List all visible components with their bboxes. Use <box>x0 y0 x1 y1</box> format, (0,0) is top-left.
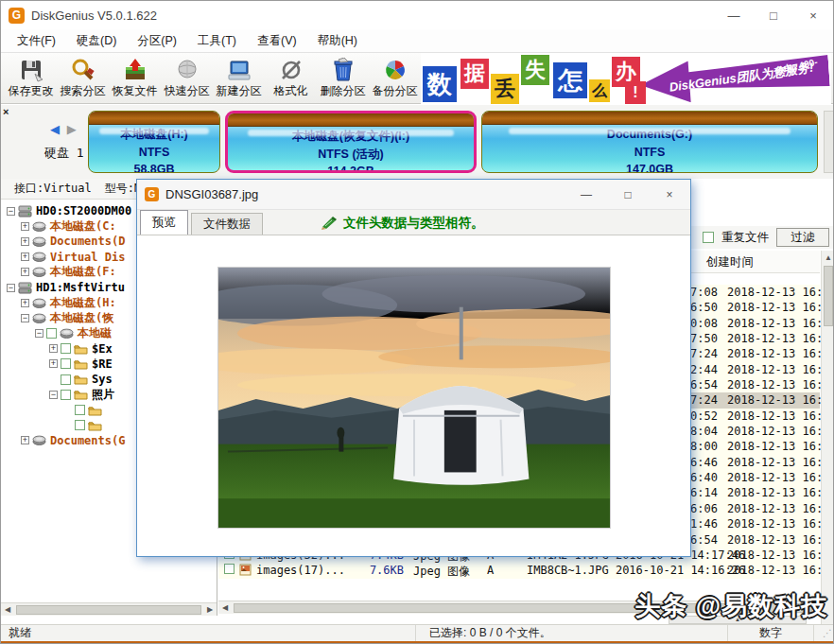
dialog-tabs: 预览文件数据 文件头数据与类型相符。 <box>137 210 690 235</box>
partition-fs: NTFS <box>89 146 219 161</box>
promo-banner[interactable]: DiskGenius团队为您服务! 致电: 400- QQ: 400008995… <box>421 53 831 104</box>
tree-item-label: Documents(G <box>50 434 125 447</box>
file-ctime: 2018-12-13 16:28 <box>727 409 834 423</box>
file-short-name: IMB8CB~1.JPG 2016-10-21 14:16:26 <box>527 564 745 577</box>
scroll-right-icon[interactable]: ▶ <box>203 605 217 614</box>
search-partition-icon <box>71 57 96 83</box>
toolbar-new-partition-button[interactable]: 新建分区 <box>213 55 265 102</box>
collapse-icon[interactable]: − <box>35 329 43 338</box>
tree-item-label: 本地磁盘(H: <box>50 295 116 310</box>
tree-item-label: 本地磁盘(F: <box>50 265 116 280</box>
tree-checkbox[interactable] <box>46 328 57 339</box>
menu-f[interactable]: 文件(F) <box>7 30 66 52</box>
partition-fs: NTFS (活动) <box>228 148 474 163</box>
expand-icon[interactable]: + <box>21 237 29 246</box>
expand-icon[interactable]: + <box>21 252 29 261</box>
menu-p[interactable]: 分区(P) <box>127 30 187 52</box>
expand-icon[interactable]: + <box>21 268 29 276</box>
minimize-button[interactable]: — <box>714 1 754 29</box>
file-vscrollbar[interactable]: ▲ ▼ <box>821 251 834 644</box>
collapse-icon[interactable]: − <box>7 284 15 292</box>
toolbar: 保存更改 搜索分区 恢复文件 快速分区 新建分区 格式化 删除分区 备份分区 D… <box>1 53 833 104</box>
tree-checkbox[interactable] <box>75 420 85 430</box>
format-icon <box>279 57 304 83</box>
preview-dialog: G DNSGI03687.jpg — □ × 预览文件数据 文件头数据与类型相符… <box>136 179 691 557</box>
toolbar-delete-partition-button[interactable]: 删除分区 <box>317 55 369 102</box>
tree-hscrollbar[interactable]: ◀ ▶ <box>1 602 217 616</box>
file-size: 7.6KB <box>341 564 404 577</box>
expand-icon[interactable]: + <box>49 344 58 353</box>
close-button[interactable]: × <box>793 1 833 29</box>
file-ctime: 2018-12-13 16:28 <box>727 332 834 345</box>
bars-scrollbar[interactable] <box>824 111 834 173</box>
scroll-up-icon[interactable]: ▲ <box>822 251 834 265</box>
banner-tile: ! <box>625 81 646 104</box>
tree-checkbox[interactable] <box>61 358 71 369</box>
scroll-left-icon[interactable]: ◀ <box>1 605 14 614</box>
partition-bar[interactable]: 本地磁盘(H:) NTFS 58.8GB <box>88 111 220 173</box>
expand-icon[interactable]: + <box>49 359 58 368</box>
tree-checkbox[interactable] <box>61 390 71 400</box>
duplicate-files-checkbox[interactable] <box>703 232 714 243</box>
ctime-column-header[interactable]: 创建时间 <box>706 254 754 270</box>
resize-grip-icon[interactable]: ⋰ <box>814 628 834 638</box>
expand-icon[interactable]: + <box>21 222 29 231</box>
disk-interface: 接口:Virtual <box>14 181 92 197</box>
file-ctime: 2018-12-13 16:28 <box>727 317 834 330</box>
toolbar-search-partition-button[interactable]: 搜索分区 <box>57 55 109 102</box>
expand-icon[interactable]: + <box>21 299 29 307</box>
banner-tile: 据 <box>460 59 489 89</box>
scroll-thumb[interactable] <box>16 605 201 615</box>
collapse-icon[interactable]: − <box>7 207 15 216</box>
file-ctime: 2018-12-13 16:28 <box>727 502 834 515</box>
titlebar: G DiskGenius V5.0.1.622 — □ × <box>1 1 833 29</box>
file-name: images(17)... <box>256 564 345 577</box>
menu-v[interactable]: 查看(V) <box>247 30 307 52</box>
menu-t[interactable]: 工具(T) <box>187 30 247 52</box>
delete-partition-icon <box>331 57 356 83</box>
partition-bar-band <box>228 113 474 127</box>
scroll-left-icon[interactable]: ◀ <box>218 603 232 612</box>
collapse-icon[interactable]: − <box>21 314 29 322</box>
file-ctime: 2018-12-13 16:28 <box>727 286 834 299</box>
partition-bar[interactable]: Documents(G:) NTFS 147.0GB <box>481 111 818 173</box>
toolbar-save-button[interactable]: 保存更改 <box>5 55 57 102</box>
toolbar-recover-files-button[interactable]: 恢复文件 <box>109 55 161 102</box>
scroll-thumb[interactable] <box>824 266 833 326</box>
tree-item-label: Sys <box>92 373 113 386</box>
toolbar-backup-partition-button[interactable]: 备份分区 <box>369 55 421 102</box>
status-selection: 已选择: 0 B / 0 个文件。 <box>415 625 727 641</box>
dialog-close-button[interactable]: × <box>649 180 690 210</box>
filter-button[interactable]: 过滤 <box>776 228 829 247</box>
expand-icon[interactable]: + <box>21 436 29 444</box>
banner-tile: 怎 <box>553 62 587 98</box>
tree-checkbox[interactable] <box>61 343 71 354</box>
panel-close-icon[interactable]: × <box>3 107 9 116</box>
tree-item-label: Documents(D <box>50 235 125 248</box>
file-ctime: 2018-12-13 16:28 <box>727 486 834 499</box>
toolbar-format-button[interactable]: 格式化 <box>265 55 317 102</box>
partition-bar[interactable]: 本地磁盘(恢复文件)(I:) NTFS (活动) 114.2GB <box>225 111 477 173</box>
toolbar-quick-partition-button[interactable]: 快速分区 <box>161 55 213 102</box>
tree-item-label: 本地磁盘(恢 <box>50 310 113 325</box>
dialog-tab-filedata[interactable]: 文件数据 <box>191 213 263 235</box>
file-checkbox[interactable] <box>224 564 235 574</box>
prev-disk-arrow-icon[interactable]: ◀ <box>50 122 61 136</box>
maximize-button[interactable]: □ <box>754 1 793 29</box>
dialog-tab-preview[interactable]: 预览 <box>140 210 188 235</box>
dialog-maximize-button[interactable]: □ <box>607 180 649 210</box>
header-match-message: 文件头数据与类型相符。 <box>321 215 484 232</box>
file-ctime: 2018-12-13 16:28 <box>727 471 834 484</box>
dialog-minimize-button[interactable]: — <box>565 180 607 210</box>
dialog-titlebar[interactable]: G DNSGI03687.jpg — □ × <box>137 180 690 210</box>
tree-checkbox[interactable] <box>75 405 85 415</box>
file-ctime: 2018-12-13 16:28 <box>727 517 834 531</box>
hdd-icon <box>18 282 32 294</box>
file-row[interactable]: images(17)... 7.6KB Jpeg 图像 A IMB8CB~1.J… <box>218 563 820 578</box>
collapse-icon[interactable]: − <box>49 391 58 399</box>
next-disk-arrow-icon[interactable]: ▶ <box>67 122 78 136</box>
tree-checkbox[interactable] <box>61 374 71 385</box>
disk-tab-label[interactable]: 硬盘 1 <box>44 145 84 162</box>
menu-h[interactable]: 帮助(H) <box>307 30 368 52</box>
menu-d[interactable]: 硬盘(D) <box>66 30 127 52</box>
